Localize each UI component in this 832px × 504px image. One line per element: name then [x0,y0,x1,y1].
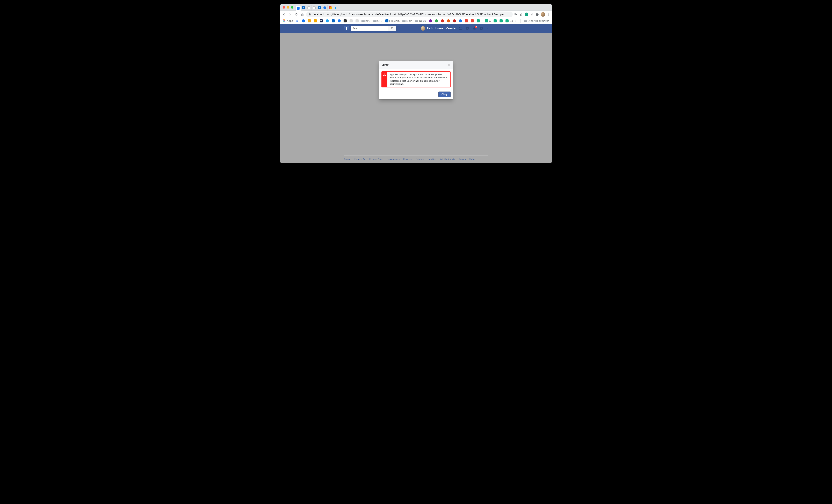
tab-doc[interactable] [306,5,311,10]
bookmark-favicon [332,19,335,22]
bookmark-item[interactable] [355,19,360,23]
bookmark-item[interactable] [348,19,354,23]
extensions-icon[interactable] [535,12,539,16]
bookmark-item[interactable] [498,19,504,23]
pin-icon[interactable] [530,12,534,16]
bookmark-favicon [338,19,341,22]
bookmark-item[interactable]: P [476,19,483,23]
nav-create[interactable]: Create [446,27,456,30]
bookmark-item[interactable] [307,19,312,23]
bookmark-favicon [477,19,480,22]
footer-link[interactable]: Help [469,158,475,160]
messenger-icon[interactable] [465,26,469,30]
bookmark-item[interactable]: Main [401,19,413,23]
profile-link[interactable]: Rich [421,26,433,31]
footer-link[interactable]: Privacy [416,158,424,160]
friend-requests-icon[interactable] [459,26,463,30]
bookmark-item[interactable] [342,19,348,23]
bookmark-item[interactable] [493,19,498,23]
footer-link[interactable]: Developers [387,158,399,160]
tab-chart[interactable] [311,5,317,10]
bookmark-item[interactable]: FP [319,19,324,23]
bookmark-item[interactable]: Do [504,19,513,23]
footer-link[interactable]: About [344,158,351,160]
home-button[interactable] [300,12,305,17]
tab-facebook-2[interactable] [322,5,328,10]
folder-icon [524,20,527,22]
bookmark-item[interactable] [440,19,445,23]
bookmark-favicon [499,19,503,22]
footer-link[interactable]: Create Ad [355,158,366,160]
bookmark-favicon [326,19,329,22]
address-bar[interactable]: facebook.com/dialog/oauth?response_type=… [306,11,513,17]
maximize-window-button[interactable] [291,6,293,9]
bookmark-favicon [314,19,317,22]
bookmark-item[interactable] [313,19,318,23]
search-input[interactable] [351,27,388,30]
bookmark-item[interactable]: ★ [295,19,300,23]
url-text: facebook.com/dialog/oauth?response_type=… [313,13,510,16]
tab-gmail[interactable] [328,5,333,10]
help-icon[interactable]: ? [479,26,484,30]
footer-link[interactable]: Cookies [427,158,436,160]
back-button[interactable] [282,12,286,17]
bookmark-item[interactable] [452,19,457,23]
footer-link[interactable]: Careers [403,158,412,160]
facebook-nav: Rich Home Create 2 ? [421,26,488,31]
footer-link[interactable]: Terms [459,158,466,160]
bookmark-item[interactable] [331,19,336,23]
tab-linkedin[interactable]: in [301,5,306,10]
other-bookmarks[interactable]: Other Bookmarks [523,19,550,23]
bookmarks-overflow[interactable]: » [514,19,517,23]
footer-link-adchoices[interactable]: Ad Choices [440,158,455,160]
folder-icon [362,20,365,22]
notifications-icon[interactable]: 2 [472,26,476,30]
okay-button[interactable]: Okay [438,91,450,97]
minimize-window-button[interactable] [287,6,289,9]
bookmark-item[interactable] [446,19,451,23]
bookmark-item[interactable] [301,19,306,23]
search-button[interactable] [388,26,396,31]
new-tab-button[interactable]: + [338,5,344,10]
browser-window: f in in + facebook.com/dialog/oauth?resp… [280,4,552,163]
apps-button[interactable]: Apps [282,19,294,23]
tab-bluedot[interactable] [333,5,338,10]
settings-caret-icon[interactable] [486,28,488,29]
warning-icon [382,72,387,87]
bookmark-item[interactable]: RPD [360,19,371,23]
bookmark-item[interactable] [324,19,330,23]
tab-facebook[interactable]: f [295,5,301,11]
browser-menu-button[interactable] [547,13,550,16]
bookmark-favicon [349,19,353,22]
profile-avatar[interactable] [541,12,545,17]
bookmark-item[interactable]: LinkedIn [384,19,400,23]
bookmark-item[interactable] [434,19,439,23]
forward-button[interactable] [288,12,292,17]
bookmark-item[interactable]: Quick [414,19,427,23]
bookmark-item[interactable]: G [484,19,492,23]
bookmark-item[interactable] [464,19,469,23]
footer-link[interactable]: Create Page [369,158,383,160]
bookmark-item[interactable] [458,19,463,23]
dialog-title: Error [382,63,388,67]
bookmark-item[interactable] [470,19,475,23]
facebook-search[interactable] [350,26,396,31]
grammarly-icon[interactable] [525,12,528,16]
dialog-close-button[interactable]: × [448,63,450,67]
close-window-button[interactable] [283,6,285,9]
star-icon[interactable] [519,12,523,16]
toolbar: facebook.com/dialog/oauth?response_type=… [280,11,552,18]
bookmark-favicon [471,19,474,22]
reload-button[interactable] [294,12,299,17]
tab-linkedin-2[interactable]: in [317,5,322,10]
facebook-logo[interactable]: f [344,26,349,31]
apps-label: Apps [287,20,293,22]
bookmark-item[interactable] [428,19,433,23]
bookmark-item[interactable] [337,19,342,23]
bookmark-favicon [429,19,432,22]
bookmarks-bar: Apps ★FPRPDGTDLinkedInMainQuickPGDoCXFBP… [280,18,552,24]
bookmark-item[interactable]: GTD [372,19,384,23]
key-icon[interactable] [514,12,518,16]
extension-area [514,12,550,17]
nav-home[interactable]: Home [435,27,443,30]
